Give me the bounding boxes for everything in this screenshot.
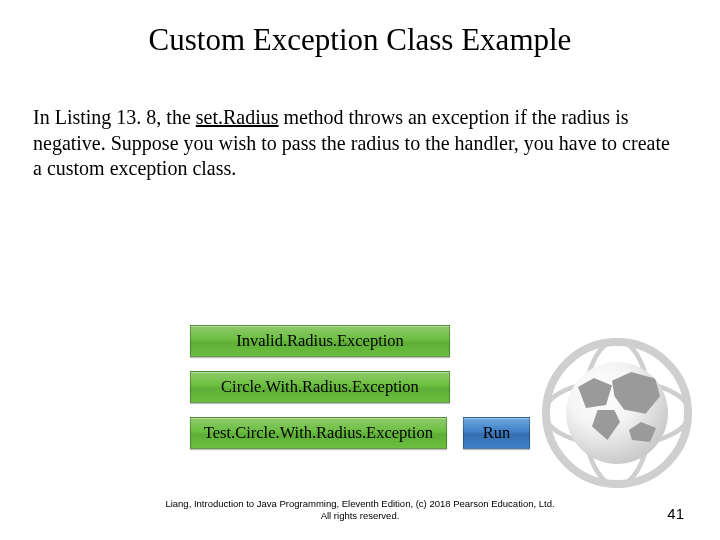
button-stack: Invalid.Radius.Exception Circle.With.Rad… [190, 325, 530, 463]
circle-with-radius-exception-button[interactable]: Circle.With.Radius.Exception [190, 371, 450, 403]
footer-line-2: All rights reserved. [0, 510, 720, 522]
test-circle-with-radius-exception-button[interactable]: Test.Circle.With.Radius.Exception [190, 417, 447, 449]
footer-line-1: Liang, Introduction to Java Programming,… [0, 498, 720, 510]
body-paragraph: In Listing 13. 8, the set.Radius method … [33, 105, 673, 182]
body-text-pre: In Listing 13. 8, the [33, 106, 196, 128]
footer-copyright: Liang, Introduction to Java Programming,… [0, 498, 720, 522]
invalid-radius-exception-button[interactable]: Invalid.Radius.Exception [190, 325, 450, 357]
slide-title: Custom Exception Class Example [0, 22, 720, 58]
page-number: 41 [667, 505, 684, 522]
body-text-underlined: set.Radius [196, 106, 279, 128]
run-button[interactable]: Run [463, 417, 530, 449]
globe-icon [542, 338, 692, 488]
